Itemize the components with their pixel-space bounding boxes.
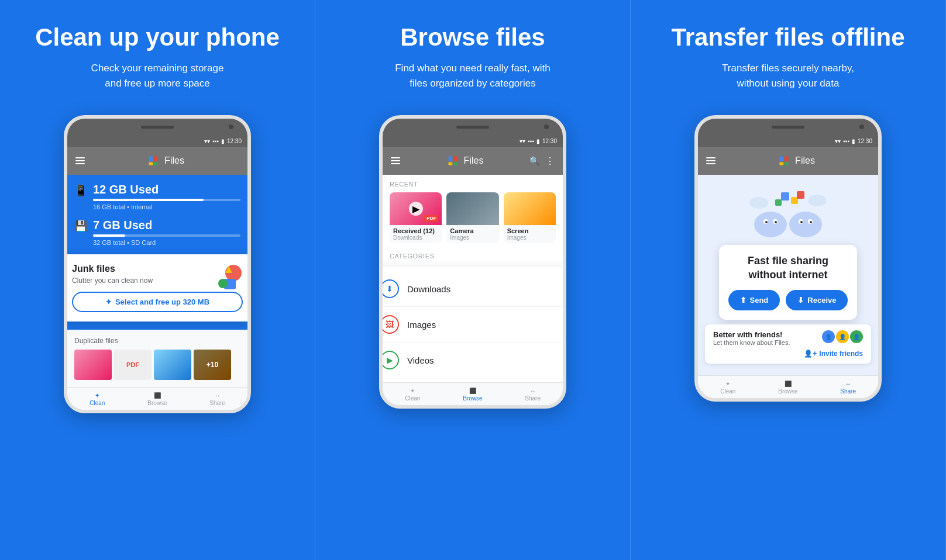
phone-3-camera	[859, 125, 864, 129]
sharing-buttons: ⬆ Send ⬇ Receive	[728, 290, 848, 310]
dup-more-overlay: +10	[194, 350, 231, 380]
svg-rect-15	[785, 163, 789, 165]
clean-nav-icon: ✦	[95, 392, 99, 399]
share-nav-icon-3: ↔	[845, 381, 851, 387]
phone-3-content: Fast file sharingwithout internet ⬆ Send…	[698, 175, 878, 375]
invite-friends-button[interactable]: 👤+ Invite friends	[804, 350, 863, 358]
app-title-area: Files	[92, 154, 239, 167]
camera-name: Camera	[450, 227, 495, 234]
svg-rect-0	[149, 157, 153, 161]
sharing-title: Fast file sharingwithout internet	[728, 254, 848, 282]
storage-sd-info: 7 GB Used 32 GB total • SD Card	[93, 219, 240, 246]
recent-card-screen[interactable]: Screen Images	[504, 192, 556, 243]
phone-2-topbar	[383, 119, 563, 135]
nav-clean-3[interactable]: ✦ Clean	[698, 376, 758, 398]
nav-clean-1[interactable]: ✦ Clean	[67, 388, 128, 410]
avatar-3: 👤	[850, 330, 863, 343]
friends-top-row: Better with friends! Let them know about…	[713, 330, 863, 346]
camera-type: Images	[450, 234, 495, 241]
phone-2-camera	[544, 125, 549, 129]
invite-icon: 👤+	[804, 350, 817, 358]
storage-internal-used: 12 GB Used	[93, 183, 240, 196]
nav-clean-label-1: Clean	[90, 400, 105, 406]
nav-browse-3[interactable]: ⬛ Browse	[758, 376, 818, 398]
phone-1-camera	[229, 125, 233, 129]
categories-label-area: CATEGORIES	[383, 248, 563, 267]
more-icon[interactable]: ⋮	[545, 155, 555, 167]
recent-row: ▶ PDF Received (12) Downloads	[390, 192, 556, 243]
svg-rect-9	[453, 157, 457, 161]
hamburger-menu-3[interactable]	[706, 157, 715, 164]
sharing-illustration	[741, 186, 835, 239]
files-logo-icon	[147, 154, 160, 167]
sharing-card: Fast file sharingwithout internet ⬆ Send…	[719, 245, 858, 320]
battery-icon-3: ▮	[852, 138, 855, 144]
signal-icon-2: ▪▪▪	[528, 138, 534, 144]
send-label: Send	[750, 296, 769, 305]
friends-card: Better with friends! Let them know about…	[705, 324, 871, 364]
phone-3-topbar	[698, 119, 878, 135]
storage-internal-label: 16 GB total • Internal	[93, 203, 240, 210]
recent-card-camera[interactable]: Camera Images	[446, 192, 498, 243]
svg-rect-2	[149, 163, 153, 165]
phone-3-speaker	[772, 126, 804, 129]
hamburger-menu[interactable]	[75, 157, 85, 164]
nav-share-3[interactable]: ↔ Share	[818, 376, 878, 398]
nav-clean-2[interactable]: ✦ Clean	[383, 383, 443, 405]
cat-downloads[interactable]: ⬇ Downloads	[383, 271, 563, 306]
dup-section-title: Duplicate files	[74, 337, 240, 345]
phone-1: ▾▾ ▪▪▪ ▮ 12:30	[64, 115, 251, 413]
nav-share-label-1: Share	[209, 400, 225, 406]
cat-videos[interactable]: ▶ Videos	[383, 342, 563, 378]
nav-browse-label-1: Browse	[147, 400, 167, 406]
signal-icon-3: ▪▪▪	[843, 138, 849, 144]
nav-share-label-2: Share	[525, 395, 541, 402]
svg-rect-12	[780, 157, 784, 161]
camera-info: Camera Images	[446, 225, 498, 243]
time-display-3: 12:30	[858, 138, 872, 144]
avatar-2: 👤	[836, 330, 849, 343]
battery-icon: ▮	[221, 138, 225, 144]
cat-downloads-label: Downloads	[407, 284, 450, 294]
friends-title: Better with friends!	[713, 330, 790, 339]
screen-thumb	[504, 192, 556, 225]
received-info: Received (12) Downloads	[390, 225, 442, 243]
pdf-badge: PDF	[424, 215, 438, 222]
app-title-area-2: Files	[407, 154, 522, 167]
phone-2-statusbar: ▾▾ ▪▪▪ ▮ 12:30	[383, 135, 563, 147]
nav-browse-1[interactable]: ⬛ Browse	[128, 388, 188, 410]
junk-card: Junk files Clutter you can clean now	[67, 254, 247, 322]
nav-browse-2[interactable]: ⬛ Browse	[443, 383, 503, 405]
svg-rect-28	[775, 199, 782, 206]
storage-internal: 📱 12 GB Used 16 GB total • Internal	[74, 183, 240, 210]
svg-rect-13	[785, 157, 789, 161]
send-icon: ⬆	[740, 296, 747, 305]
svg-point-30	[749, 197, 768, 209]
play-circle-icon: ▶	[409, 202, 423, 216]
battery-icon-2: ▮	[536, 138, 540, 144]
cat-images[interactable]: 🖼 Images	[383, 306, 563, 342]
wifi-icon-3: ▾▾	[835, 138, 841, 144]
phone-3-appbar: Files	[698, 147, 878, 175]
phone-storage-icon: 📱	[74, 184, 87, 197]
svg-point-16	[754, 212, 787, 237]
nav-share-2[interactable]: ↔ Share	[503, 383, 563, 405]
phone-1-body: ▾▾ ▪▪▪ ▮ 12:30	[64, 115, 251, 413]
app-title-text-3: Files	[795, 155, 815, 166]
clean-nav-icon-2: ✦	[410, 388, 415, 394]
received-type: Downloads	[393, 234, 438, 241]
recent-card-received[interactable]: ▶ PDF Received (12) Downloads	[390, 192, 442, 243]
svg-rect-26	[781, 192, 789, 201]
panel-1-title: Clean up your phone	[35, 23, 280, 51]
phone-2-speaker	[456, 126, 489, 129]
receive-button[interactable]: ⬇ Receive	[786, 290, 848, 310]
images-icon: 🖼	[383, 315, 399, 334]
nav-share-1[interactable]: ↔ Share	[187, 388, 247, 410]
hamburger-menu-2[interactable]	[391, 157, 400, 164]
panel-2-title: Browse files	[400, 23, 545, 51]
send-button[interactable]: ⬆ Send	[728, 290, 780, 310]
cat-images-label: Images	[407, 320, 436, 330]
received-name: Received (12)	[393, 227, 438, 234]
search-icon[interactable]: 🔍	[529, 156, 539, 165]
downloads-icon: ⬇	[383, 279, 399, 298]
